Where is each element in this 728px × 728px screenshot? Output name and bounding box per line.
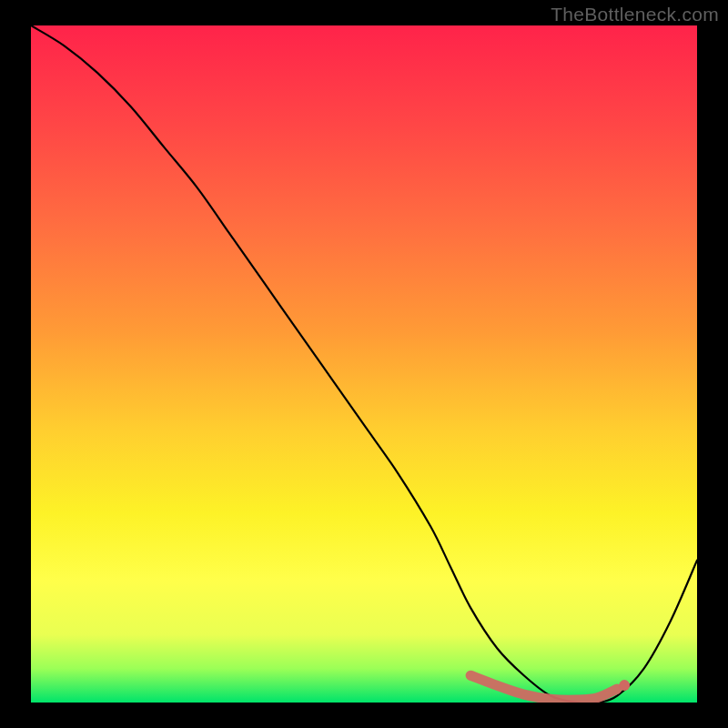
chart-frame: TheBottleneck.com <box>0 0 728 728</box>
optimal-range-end-dot <box>619 680 630 691</box>
watermark-text: TheBottleneck.com <box>551 4 719 25</box>
bottleneck-chart <box>31 25 697 703</box>
chart-background <box>31 25 697 703</box>
